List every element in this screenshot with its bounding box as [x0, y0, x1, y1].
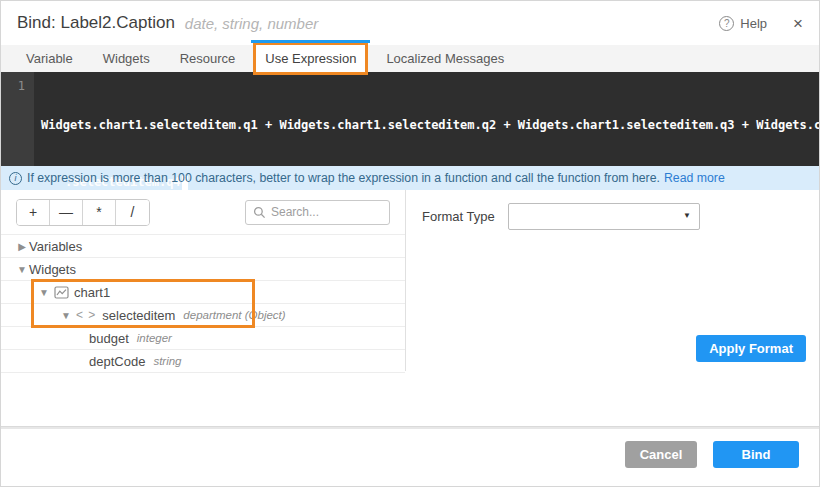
- tree-item-selecteditem[interactable]: ▼ < > selecteditem department (Object): [1, 304, 405, 327]
- search-input[interactable]: [271, 205, 382, 219]
- help-button[interactable]: ? Help: [719, 16, 767, 31]
- plus-operator-button[interactable]: +: [17, 200, 50, 225]
- divide-operator-button[interactable]: /: [116, 200, 149, 225]
- tree-item-widgets[interactable]: ▼ Widgets: [1, 258, 405, 281]
- code-line-1: Widgets.chart1.selecteditem.q1 + Widgets…: [41, 118, 820, 132]
- chevron-down-icon[interactable]: ▼: [59, 310, 73, 321]
- titlebar: Bind: Label2.Caption date, string, numbe…: [1, 1, 819, 45]
- tree-item-label: budget: [89, 331, 129, 346]
- page-title: Bind: Label2.Caption: [17, 13, 175, 33]
- tree-item-type: department (Object): [183, 309, 285, 321]
- tree-item-deptcode[interactable]: deptCode string: [1, 350, 405, 373]
- expression-code[interactable]: Widgets.chart1.selecteditem.q1 + Widgets…: [34, 72, 820, 166]
- search-icon: [253, 206, 266, 219]
- tree-item-label: Variables: [29, 239, 82, 254]
- bind-tree: ▶ Variables ▼ Widgets ▼ chart1: [1, 234, 405, 373]
- format-pane: Format Type ▼ Apply Format: [406, 190, 819, 371]
- tab-widgets[interactable]: Widgets: [94, 45, 159, 72]
- info-text: If expression is more than 100 character…: [27, 171, 660, 185]
- editor-gutter: 1: [1, 72, 34, 166]
- close-icon[interactable]: ×: [793, 15, 803, 32]
- format-type-label: Format Type: [422, 209, 508, 224]
- info-icon: i: [9, 172, 22, 185]
- main-area: + — * / ▶ Variables: [1, 190, 819, 371]
- chevron-right-icon[interactable]: ▶: [15, 241, 29, 252]
- tree-item-type: integer: [137, 332, 172, 344]
- multiply-operator-button[interactable]: *: [83, 200, 116, 225]
- line-number: 1: [1, 79, 25, 93]
- search-box[interactable]: [245, 200, 390, 225]
- line-chart-icon: [54, 286, 69, 299]
- tree-item-type: string: [153, 355, 181, 367]
- dropdown-caret-icon: ▼: [683, 211, 691, 220]
- tree-item-chart1[interactable]: ▼ chart1: [1, 281, 405, 304]
- bind-tree-pane: + — * / ▶ Variables: [1, 190, 406, 371]
- allowed-types-hint: date, string, number: [185, 15, 318, 32]
- tab-variable[interactable]: Variable: [17, 45, 82, 72]
- apply-format-button[interactable]: Apply Format: [696, 335, 806, 362]
- tab-resource[interactable]: Resource: [171, 45, 245, 72]
- format-type-select[interactable]: ▼: [508, 203, 700, 230]
- minus-operator-button[interactable]: —: [50, 200, 83, 225]
- tree-toolbar: + — * /: [1, 190, 405, 234]
- cancel-button[interactable]: Cancel: [625, 441, 697, 468]
- tab-localized-messages[interactable]: Localized Messages: [377, 45, 513, 72]
- tree-item-label: chart1: [74, 285, 110, 300]
- bind-button[interactable]: Bind: [713, 441, 799, 468]
- object-brackets-icon: < >: [76, 308, 96, 322]
- footer: Cancel Bind: [1, 429, 819, 485]
- expression-editor[interactable]: 1 Widgets.chart1.selecteditem.q1 + Widge…: [1, 72, 819, 166]
- tree-item-label: Widgets: [29, 262, 76, 277]
- tabbar: Variable Widgets Resource Use Expression…: [1, 45, 819, 72]
- bottom-spacer: [1, 371, 819, 426]
- tab-use-expression[interactable]: Use Expression: [256, 45, 365, 72]
- help-label: Help: [740, 16, 767, 31]
- chevron-down-icon[interactable]: ▼: [15, 264, 29, 275]
- bind-dialog: Bind: Label2.Caption date, string, numbe…: [0, 0, 820, 487]
- tree-item-label: deptCode: [89, 354, 145, 369]
- tree-item-variables[interactable]: ▶ Variables: [1, 235, 405, 258]
- operator-button-group: + — * /: [16, 199, 150, 226]
- chevron-down-icon[interactable]: ▼: [37, 287, 51, 298]
- tree-item-budget[interactable]: budget integer: [1, 327, 405, 350]
- read-more-link[interactable]: Read more: [664, 171, 725, 185]
- tree-item-label: selecteditem: [102, 308, 175, 323]
- help-icon: ?: [719, 16, 734, 31]
